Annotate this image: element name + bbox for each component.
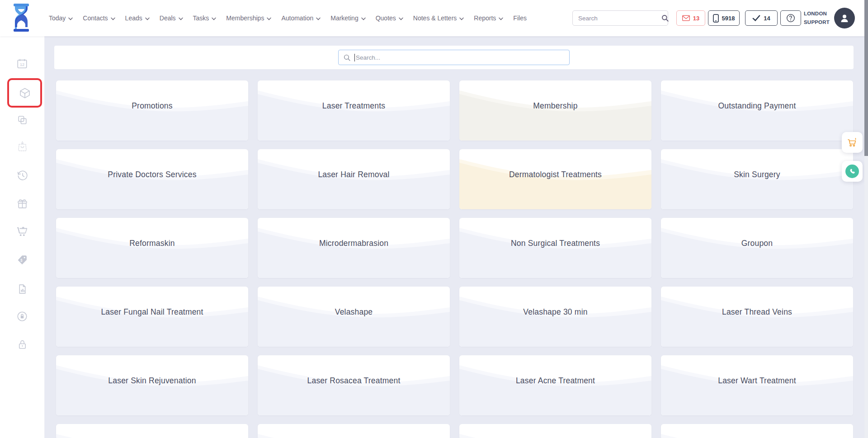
category-card-laser-wart-treatment[interactable]: Laser Wart Treatment	[661, 355, 853, 415]
help-button[interactable]	[780, 10, 801, 26]
phone-circle	[845, 165, 859, 178]
search-icon[interactable]	[661, 14, 669, 22]
sidebar-item-history[interactable]	[0, 169, 44, 182]
sidebar-item-bag-orders[interactable]	[0, 140, 44, 152]
question-circle-icon	[786, 13, 796, 23]
nav-item-marketing[interactable]: Marketing	[330, 14, 365, 22]
category-card-groupon[interactable]: Groupon	[661, 218, 853, 278]
category-card-laser-rosacea-treatment[interactable]: Laser Rosacea Treatment	[258, 355, 450, 415]
category-card-velashape-30-min[interactable]: Velashape 30 min	[459, 287, 651, 347]
price-tag-icon: $	[17, 254, 28, 265]
nav-item-today[interactable]: Today	[49, 14, 73, 22]
category-card-empty[interactable]	[258, 424, 450, 438]
floating-cart-button[interactable]	[842, 132, 863, 153]
nav-item-label: Deals	[160, 14, 176, 22]
sidebar-item-pricing[interactable]: $	[0, 253, 44, 266]
nav-item-reports[interactable]: Reports	[474, 14, 503, 22]
left-sidebar: 12	[0, 36, 44, 438]
sidebar-item-calendar[interactable]: 12	[0, 57, 44, 70]
sidebar-item-security[interactable]	[0, 338, 44, 351]
chevron-down-icon	[145, 17, 150, 20]
category-card-velashape[interactable]: Velashape	[258, 287, 450, 347]
app-logo-hourglass[interactable]	[11, 4, 32, 32]
category-card-laser-fungal-nail-treatment[interactable]: Laser Fungal Nail Treatment	[56, 287, 248, 347]
nav-item-quotes[interactable]: Quotes	[376, 14, 403, 22]
vertical-scrollbar-track[interactable]	[864, 0, 868, 438]
chevron-down-icon	[361, 17, 366, 20]
main-navigation: TodayContactsLeadsDealsTasksMembershipsA…	[49, 0, 527, 36]
nav-item-deals[interactable]: Deals	[160, 14, 183, 22]
category-card-laser-skin-rejuvenation[interactable]: Laser Skin Rejuvenation	[56, 355, 248, 415]
cart-icon	[847, 137, 858, 148]
category-card-label: Laser Rosacea Treatment	[258, 376, 450, 386]
category-card-laser-treatments[interactable]: Laser Treatments	[258, 80, 450, 141]
sidebar-item-cart[interactable]	[0, 225, 44, 238]
category-card-private-doctors-services[interactable]: Private Doctors Services	[56, 149, 248, 209]
category-card-membership[interactable]: Membership	[459, 80, 651, 141]
card-wave-decoration	[661, 424, 853, 438]
nav-item-label: Today	[49, 14, 66, 22]
category-card-dermatologist-treatments[interactable]: Dermatologist Treatments	[459, 149, 651, 209]
category-card-label: Skin Surgery	[661, 170, 853, 179]
sidebar-item-products-selected[interactable]	[7, 78, 42, 108]
nav-item-label: Leads	[125, 14, 142, 22]
user-avatar[interactable]	[834, 8, 855, 28]
category-search-input[interactable]	[339, 50, 569, 65]
category-card-promotions[interactable]: Promotions	[56, 80, 248, 141]
category-card-empty[interactable]	[661, 424, 853, 438]
chevron-down-icon	[111, 17, 115, 20]
nav-item-label: Tasks	[193, 14, 209, 22]
shopping-cart-icon	[16, 226, 28, 237]
category-card-label: Velashape	[258, 307, 450, 317]
chevron-down-icon	[459, 17, 464, 20]
svg-text:12: 12	[20, 62, 24, 67]
phone-count: 5918	[722, 15, 735, 22]
category-card-label: Laser Fungal Nail Treatment	[56, 307, 248, 317]
category-card-label: Private Doctors Services	[56, 170, 248, 179]
chevron-down-icon	[179, 17, 183, 20]
category-card-laser-hair-removal[interactable]: Laser Hair Removal	[258, 149, 450, 209]
sidebar-item-permissions[interactable]	[0, 310, 44, 323]
gift-icon	[17, 198, 28, 209]
category-card-laser-thread-veins[interactable]: Laser Thread Veins	[661, 287, 853, 347]
nav-item-automation[interactable]: Automation	[281, 14, 321, 22]
history-clock-icon	[16, 170, 28, 181]
category-card-empty[interactable]	[56, 424, 248, 438]
nav-item-leads[interactable]: Leads	[125, 14, 150, 22]
sidebar-item-reports[interactable]	[0, 283, 44, 295]
chevron-down-icon	[316, 17, 321, 20]
nav-item-tasks[interactable]: Tasks	[193, 14, 217, 22]
svg-text:$: $	[20, 258, 23, 262]
category-card-empty[interactable]	[459, 424, 651, 438]
nav-item-contacts[interactable]: Contacts	[83, 14, 115, 22]
nav-item-label: Marketing	[330, 14, 358, 22]
category-card-label: Outstanding Payment	[661, 101, 853, 111]
card-wave-decoration	[459, 424, 651, 438]
mail-count: 13	[693, 15, 699, 22]
category-card-skin-surgery[interactable]: Skin Surgery	[661, 149, 853, 209]
mail-notifications-badge[interactable]: 13	[676, 10, 705, 26]
header-search-input[interactable]	[573, 11, 661, 25]
vertical-scrollbar-thumb[interactable]	[864, 0, 868, 156]
category-card-label: Dermatologist Treatments	[459, 170, 651, 179]
phone-calls-badge[interactable]: 5918	[708, 10, 740, 26]
nav-item-files[interactable]: Files	[513, 14, 527, 22]
nav-item-label: Notes & Letters	[413, 14, 457, 22]
chevron-down-icon	[267, 17, 271, 20]
report-document-icon	[17, 283, 28, 295]
category-card-microdermabrasion[interactable]: Microdermabrasion	[258, 218, 450, 278]
category-card-non-surgical-treatments[interactable]: Non Surgical Treatments	[459, 218, 651, 278]
nav-item-memberships[interactable]: Memberships	[226, 14, 271, 22]
category-card-outstanding-payment[interactable]: Outstanding Payment	[661, 80, 853, 141]
category-card-reformaskin[interactable]: Reformaskin	[56, 218, 248, 278]
smartphone-icon	[713, 14, 719, 23]
sidebar-item-gift-vouchers[interactable]	[0, 197, 44, 210]
person-icon	[839, 13, 850, 24]
sidebar-item-duplicates[interactable]	[0, 113, 44, 126]
tasks-done-badge[interactable]: 14	[745, 10, 778, 26]
header-search	[572, 10, 668, 26]
shopping-bag-download-icon	[17, 141, 28, 152]
nav-item-notes-letters[interactable]: Notes & Letters	[413, 14, 464, 22]
floating-phone-button[interactable]	[842, 161, 863, 182]
category-card-laser-acne-treatment[interactable]: Laser Acne Treatment	[459, 355, 651, 415]
